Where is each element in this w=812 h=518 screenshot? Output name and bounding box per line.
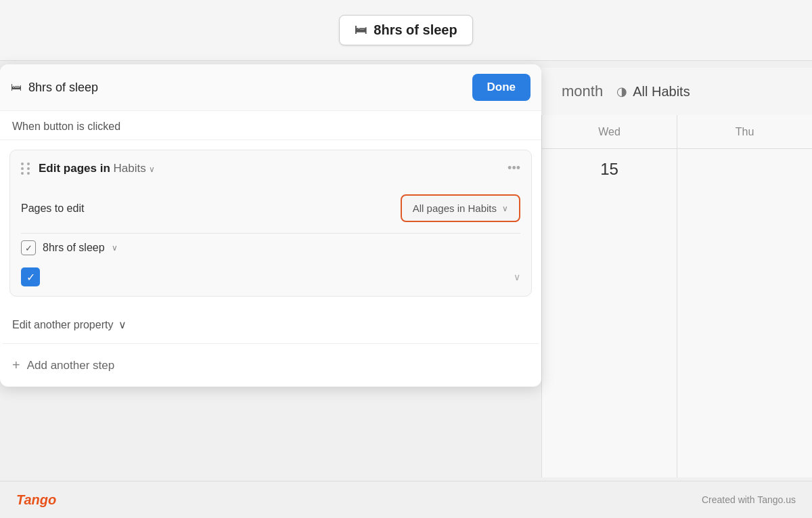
edit-header: Edit pages in Habits ∨ ••• [10, 150, 531, 186]
dot6 [27, 172, 30, 175]
another-chevron-icon: ∨ [118, 318, 127, 331]
all-habits-button[interactable]: ◑ All Habits [616, 84, 690, 100]
wed-header: Wed [542, 115, 677, 149]
dot3 [21, 167, 24, 170]
value-chevron-icon: ∨ [514, 272, 520, 282]
sleep-label-row: ✓ 8hrs of sleep ∨ [10, 234, 531, 261]
calendar-area: Wed 15 Thu [541, 115, 812, 477]
done-button[interactable]: Done [472, 74, 531, 101]
month-label: month [562, 83, 603, 100]
cycle-icon: ◑ [616, 84, 627, 99]
dropdown-chevron-icon: ∨ [502, 204, 508, 213]
subtitle-text: When button is clicked [0, 111, 541, 140]
pages-dropdown[interactable]: All pages in Habits ∨ [401, 194, 520, 222]
modal-bed-icon: 🛏 [11, 81, 22, 93]
bed-icon: 🛏 [355, 23, 367, 37]
cal-col-thu: Thu [677, 115, 812, 477]
dot5 [21, 172, 24, 175]
checkbox-check: ✓ [25, 243, 32, 253]
edit-title: Edit pages in Habits ∨ [39, 162, 155, 175]
habit-name-text: Habits [114, 162, 146, 175]
top-bar: 🛏 8hrs of sleep [0, 0, 812, 61]
more-options-button[interactable]: ••• [508, 161, 520, 175]
checkmark-icon: ✓ [26, 271, 35, 284]
wed-number: 15 [542, 149, 677, 190]
pages-to-edit-label: Pages to edit [21, 202, 84, 215]
created-text: Created with Tango.us [702, 494, 796, 505]
title-button[interactable]: 🛏 8hrs of sleep [339, 15, 472, 45]
footer: Tango Created with Tango.us [0, 481, 812, 518]
add-another-step[interactable]: + Add another step [0, 344, 541, 387]
calendar-header: month ◑ All Habits [541, 68, 812, 115]
title-button-label: 8hrs of sleep [374, 22, 457, 38]
thu-header: Thu [677, 115, 812, 149]
sleep-checkbox-outline[interactable]: ✓ [21, 240, 36, 255]
edit-another-property[interactable]: Edit another property ∨ [0, 306, 541, 343]
all-habits-label: All Habits [633, 84, 690, 100]
habits-chevron-icon: ∨ [149, 165, 155, 174]
sleep-chevron-icon: ∨ [112, 243, 118, 253]
dot4 [27, 167, 30, 170]
edit-section: Edit pages in Habits ∨ ••• Pages to edit… [9, 150, 532, 297]
tango-logo: Tango [16, 492, 56, 508]
edit-pages-in-text: Edit pages in [39, 162, 110, 175]
title-input[interactable] [28, 81, 466, 95]
add-step-label: Add another step [27, 359, 114, 372]
thu-number [677, 149, 812, 190]
edit-another-label: Edit another property [12, 319, 113, 331]
dot2 [27, 163, 30, 165]
cal-col-wed: Wed 15 [541, 115, 677, 477]
value-row: ✓ ∨ [10, 261, 531, 296]
pages-dropdown-label: All pages in Habits [413, 202, 497, 214]
sleep-label: 8hrs of sleep [43, 242, 105, 254]
pages-row: Pages to edit All pages in Habits ∨ [10, 186, 531, 233]
modal-panel: 🛏 Done When button is clicked Edit pages… [0, 64, 541, 387]
checkbox-filled[interactable]: ✓ [21, 267, 40, 286]
edit-header-left: Edit pages in Habits ∨ [21, 162, 155, 175]
drag-handle[interactable] [21, 163, 30, 175]
plus-icon: + [12, 358, 20, 373]
input-row: 🛏 Done [0, 64, 541, 111]
dot1 [21, 163, 24, 165]
